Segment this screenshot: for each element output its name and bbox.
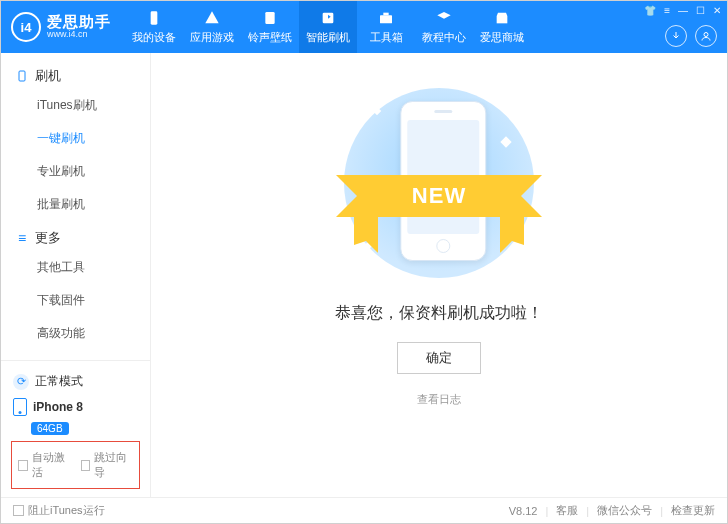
nav-label: 应用游戏: [190, 30, 234, 45]
checkbox-label: 阻止iTunes运行: [28, 503, 105, 518]
checkbox-icon: [18, 460, 28, 471]
sidebar: 刷机 iTunes刷机 一键刷机 专业刷机 批量刷机 ≡ 更多 其他工具 下载固…: [1, 53, 151, 497]
sidebar-item-oneclick[interactable]: 一键刷机: [1, 122, 150, 155]
window-controls: 👕 ≡ — ☐ ✕: [644, 5, 721, 16]
block-itunes-checkbox[interactable]: 阻止iTunes运行: [13, 503, 105, 518]
sidebar-bottom: ⟳ 正常模式 iPhone 8 64GB 自动激活 跳过向导: [1, 360, 150, 497]
svg-rect-3: [380, 15, 392, 23]
separator: |: [586, 505, 589, 517]
device-row[interactable]: iPhone 8: [11, 394, 140, 420]
separator: |: [660, 505, 663, 517]
sidebar-item-itunes[interactable]: iTunes刷机: [1, 89, 150, 122]
version-label: V8.12: [509, 505, 538, 517]
nav-store[interactable]: 爱思商城: [473, 1, 531, 53]
footer: 阻止iTunes运行 V8.12 | 客服 | 微信公众号 | 检查更新: [1, 497, 727, 523]
tutorial-icon: [435, 9, 453, 27]
nav-toolbox[interactable]: 工具箱: [357, 1, 415, 53]
flash-icon: [319, 9, 337, 27]
svg-rect-4: [383, 13, 388, 16]
brand-url: www.i4.cn: [47, 30, 111, 40]
sidebar-group-flash[interactable]: 刷机: [1, 59, 150, 89]
sparkle-icon: [500, 136, 511, 147]
ribbon-text: NEW: [364, 175, 514, 217]
sidebar-item-download[interactable]: 下载固件: [1, 284, 150, 317]
new-ribbon: NEW: [364, 175, 514, 217]
sidebar-item-advanced[interactable]: 高级功能: [1, 317, 150, 350]
skin-icon[interactable]: 👕: [644, 5, 656, 16]
device-icon: [13, 398, 27, 416]
checkbox-label: 自动激活: [32, 450, 71, 480]
nav-device[interactable]: 我的设备: [125, 1, 183, 53]
nav-apps[interactable]: 应用游戏: [183, 1, 241, 53]
user-button[interactable]: [695, 25, 717, 47]
wechat-link[interactable]: 微信公众号: [597, 503, 652, 518]
more-icon: ≡: [15, 231, 29, 245]
logo-text: 爱思助手 www.i4.cn: [47, 14, 111, 40]
sidebar-item-pro[interactable]: 专业刷机: [1, 155, 150, 188]
svg-rect-7: [19, 71, 25, 81]
minimize-icon[interactable]: —: [678, 5, 688, 16]
svg-rect-1: [265, 12, 274, 24]
nav-label: 我的设备: [132, 30, 176, 45]
body: 刷机 iTunes刷机 一键刷机 专业刷机 批量刷机 ≡ 更多 其他工具 下载固…: [1, 53, 727, 497]
nav-label: 智能刷机: [306, 30, 350, 45]
download-button[interactable]: [665, 25, 687, 47]
apps-icon: [203, 9, 221, 27]
app-window: i4 爱思助手 www.i4.cn 我的设备 应用游戏 铃声壁纸 智能刷机: [0, 0, 728, 524]
sidebar-group-title: 刷机: [35, 67, 61, 85]
ok-button[interactable]: 确定: [397, 342, 481, 374]
nav-tutorial[interactable]: 教程中心: [415, 1, 473, 53]
nav-label: 教程中心: [422, 30, 466, 45]
support-link[interactable]: 客服: [556, 503, 578, 518]
view-log-link[interactable]: 查看日志: [417, 392, 461, 407]
header: i4 爱思助手 www.i4.cn 我的设备 应用游戏 铃声壁纸 智能刷机: [1, 1, 727, 53]
checkbox-icon: [81, 460, 91, 471]
update-link[interactable]: 检查更新: [671, 503, 715, 518]
brand-name: 爱思助手: [47, 14, 111, 31]
phone-icon: [15, 69, 29, 83]
svg-point-6: [704, 33, 708, 37]
close-icon[interactable]: ✕: [713, 5, 721, 16]
sidebar-group-more[interactable]: ≡ 更多: [1, 221, 150, 251]
header-right-buttons: [665, 25, 717, 47]
hero-illustration: NEW: [319, 83, 559, 283]
checkbox-icon: [13, 505, 24, 516]
options-highlight-box: 自动激活 跳过向导: [11, 441, 140, 489]
refresh-icon: ⟳: [13, 374, 29, 390]
maximize-icon[interactable]: ☐: [696, 5, 705, 16]
sidebar-scroll: 刷机 iTunes刷机 一键刷机 专业刷机 批量刷机 ≡ 更多 其他工具 下载固…: [1, 53, 150, 360]
sidebar-group-title: 更多: [35, 229, 61, 247]
toolbox-icon: [377, 9, 395, 27]
nav-label: 铃声壁纸: [248, 30, 292, 45]
main-content: NEW 恭喜您，保资料刷机成功啦！ 确定 查看日志: [151, 53, 727, 497]
nav-label: 爱思商城: [480, 30, 524, 45]
sidebar-item-other[interactable]: 其他工具: [1, 251, 150, 284]
nav-flash[interactable]: 智能刷机: [299, 1, 357, 53]
logo-icon: i4: [11, 12, 41, 42]
nav-label: 工具箱: [370, 30, 403, 45]
menu-icon[interactable]: ≡: [664, 5, 670, 16]
mode-row[interactable]: ⟳ 正常模式: [11, 369, 140, 394]
sparkle-icon: [373, 107, 381, 115]
separator: |: [545, 505, 548, 517]
store-icon: [493, 9, 511, 27]
success-message: 恭喜您，保资料刷机成功啦！: [335, 303, 543, 324]
ringtone-icon: [261, 9, 279, 27]
top-nav: 我的设备 应用游戏 铃声壁纸 智能刷机 工具箱 教程中心: [125, 1, 531, 53]
nav-ringtone[interactable]: 铃声壁纸: [241, 1, 299, 53]
auto-activate-checkbox[interactable]: 自动激活: [18, 450, 71, 480]
device-icon: [145, 9, 163, 27]
svg-rect-0: [151, 11, 158, 24]
storage-badge: 64GB: [31, 422, 69, 435]
footer-right: V8.12 | 客服 | 微信公众号 | 检查更新: [509, 503, 715, 518]
checkbox-label: 跳过向导: [94, 450, 133, 480]
device-name: iPhone 8: [33, 400, 83, 414]
mode-label: 正常模式: [35, 373, 83, 390]
sidebar-item-batch[interactable]: 批量刷机: [1, 188, 150, 221]
logo[interactable]: i4 爱思助手 www.i4.cn: [1, 1, 125, 53]
skip-guide-checkbox[interactable]: 跳过向导: [81, 450, 134, 480]
svg-rect-5: [497, 16, 508, 23]
